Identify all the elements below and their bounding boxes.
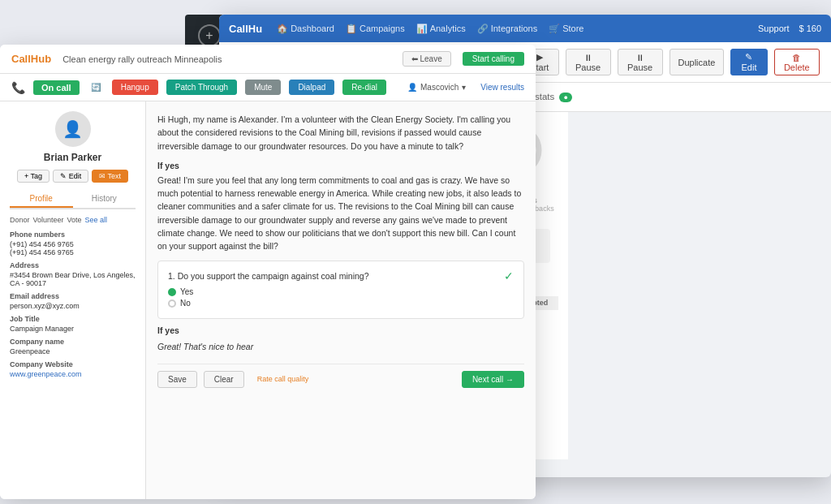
contact-actions: + Tag ✎ Edit ✉ Text (10, 170, 136, 183)
balance-label: $ 160 (799, 24, 821, 33)
refresh-icon[interactable]: 🔄 (91, 83, 101, 92)
phone2: (+91) 454 456 9765 (10, 248, 136, 256)
nav-store[interactable]: 🛒 Store (549, 24, 583, 34)
script-intro: Hi Hugh, my name is Alexander. I'm a vol… (157, 113, 524, 153)
website-value[interactable]: www.greenpeace.com (10, 370, 136, 378)
campaign-actions: ▶ Start ⏸ Pause ⏸ Pause Duplicate ✎ Edit… (520, 49, 820, 75)
if-yes-heading: If yes (157, 161, 524, 170)
agent-shell: CallHub Clean energy rally outreach Minn… (0, 45, 536, 499)
donor-tab[interactable]: Donor (10, 216, 30, 224)
vote-tab[interactable]: Vote (67, 216, 82, 224)
support-label[interactable]: Support (758, 24, 790, 33)
nav-integrations[interactable]: 🔗 Integrations (477, 24, 537, 34)
email-label: Email address (10, 292, 136, 300)
if-yes-text: Great! I'm sure you feel that any long t… (157, 174, 524, 253)
question-box: 1. Do you support the campaign against c… (157, 261, 524, 319)
delete-button[interactable]: 🗑 Delete (774, 49, 820, 75)
agent-logo: CallHub (11, 53, 51, 65)
pause-button1[interactable]: ⏸ Pause (566, 49, 611, 75)
answer-text: Great! That's nice to hear (157, 340, 524, 353)
agent-campaign-name: Clean energy rally outreach Minneapolis (62, 54, 391, 64)
start-calling-button[interactable]: Start calling (463, 52, 524, 66)
radio-dot-yes (168, 288, 176, 296)
tag-button[interactable]: + Tag (17, 170, 50, 183)
radio-no[interactable]: No (168, 299, 514, 308)
if-yes2-heading: If yes (157, 325, 524, 335)
profile-history-tabs: Profile History (10, 191, 136, 209)
edit-button[interactable]: ✎ Edit (730, 49, 767, 75)
patch-through-button[interactable]: Patch Through (166, 80, 237, 95)
next-call-button[interactable]: Next call → (462, 371, 524, 388)
nav-dashboard[interactable]: 🏠 Dashboard (277, 24, 334, 34)
profile-tab[interactable]: Profile (10, 191, 73, 208)
volunteer-tab[interactable]: Volunteer (33, 216, 64, 224)
mute-button[interactable]: Mute (245, 80, 281, 95)
chat-footer: Save Clear Rate call quality Next call → (157, 364, 524, 388)
address-value: #3454 Brown Bear Drive, Los Angeles, CA … (10, 271, 136, 287)
nav-analytics[interactable]: 📊 Analytics (416, 24, 466, 34)
sub-tabs: Donor Volunteer Vote See all (10, 216, 136, 224)
admin-logo: CallHu (229, 23, 262, 35)
phone-label: Phone numbers (10, 230, 136, 239)
history-tab[interactable]: History (73, 191, 136, 208)
edit-contact-button[interactable]: ✎ Edit (53, 170, 88, 183)
leave-button[interactable]: ⬅ Leave (403, 51, 451, 67)
agent-name-badge: 👤 Mascovich ▾ (407, 83, 466, 92)
sidebar-add-button[interactable]: + (198, 24, 221, 47)
nav-campaigns[interactable]: 📋 Campaigns (346, 24, 405, 34)
chat-area: Hi Hugh, my name is Alexander. I'm a vol… (146, 101, 536, 499)
company-label: Company name (10, 338, 136, 346)
radio-empty-no (168, 299, 176, 308)
email-value: person.xyz@xyz.com (10, 302, 136, 310)
job-value: Campaign Manager (10, 325, 136, 333)
pause-button2[interactable]: ⏸ Pause (618, 49, 663, 75)
admin-topbar: CallHu 🏠 Dashboard 📋 Campaigns 📊 Analyti… (219, 15, 831, 42)
admin-nav-right: Support $ 160 (758, 24, 821, 33)
website-label: Company Website (10, 360, 136, 368)
phone1: (+91) 454 456 9765 (10, 240, 136, 248)
contact-fullname: Brian Parker (10, 152, 136, 163)
dialpad-button[interactable]: Dialpad (289, 80, 334, 95)
avatar: 👤 (55, 111, 91, 147)
text-button[interactable]: ✉ Text (92, 170, 128, 183)
check-icon: ✓ (504, 269, 514, 282)
redial-button[interactable]: Re-dial (342, 80, 386, 95)
oncall-badge: On call (33, 80, 80, 95)
rate-link[interactable]: Rate call quality (257, 375, 309, 383)
company-value: Greenpeace (10, 347, 136, 355)
agent-avatar-icon: 👤 (407, 83, 417, 92)
address-label: Address (10, 261, 136, 269)
agent-name: Mascovich (420, 83, 459, 92)
view-results-link[interactable]: View results (480, 83, 524, 92)
save-button-chat[interactable]: Save (157, 371, 197, 388)
see-all-tab[interactable]: See all (85, 216, 108, 224)
hangup-button[interactable]: Hangup (112, 80, 158, 95)
question-text: 1. Do you support the campaign against c… (168, 269, 514, 282)
agent-topbar: CallHub Clean energy rally outreach Minn… (0, 45, 536, 74)
duplicate-button[interactable]: Duplicate (670, 49, 725, 75)
phone-on-icon: 📞 (11, 81, 25, 94)
admin-nav: 🏠 Dashboard 📋 Campaigns 📊 Analytics 🔗 In… (277, 24, 743, 34)
contact-sidebar: 👤 Brian Parker + Tag ✎ Edit ✉ Text Profi… (0, 101, 146, 499)
agent-body: 👤 Brian Parker + Tag ✎ Edit ✉ Text Profi… (0, 101, 536, 499)
clear-button[interactable]: Clear (204, 371, 244, 388)
agent-dropdown-icon[interactable]: ▾ (462, 83, 466, 92)
radio-yes[interactable]: Yes (168, 287, 514, 296)
job-label: Job Title (10, 315, 136, 323)
agent-oncall-bar: 📞 On call 🔄 Hangup Patch Through Mute Di… (0, 74, 536, 101)
